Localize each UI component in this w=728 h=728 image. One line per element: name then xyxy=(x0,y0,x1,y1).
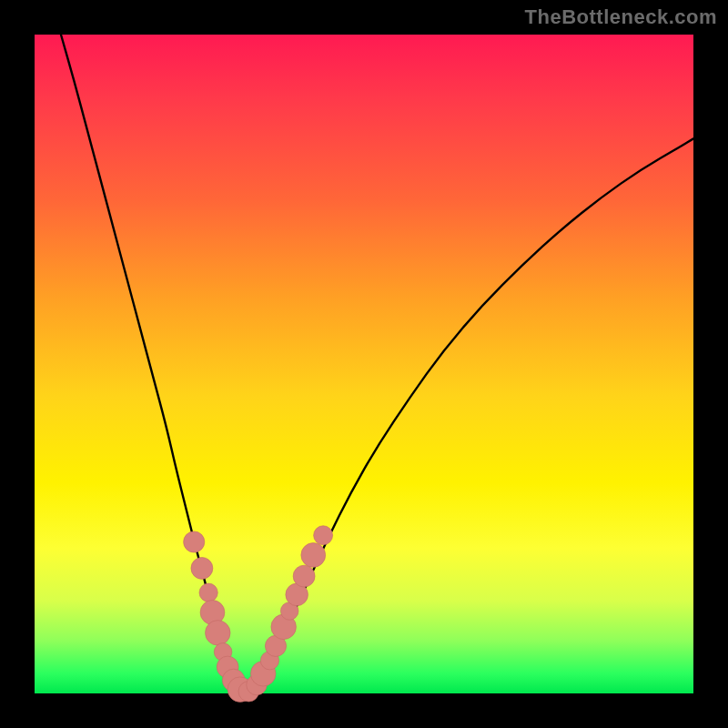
marker-point xyxy=(314,526,333,545)
marker-point xyxy=(191,557,213,579)
marker-point xyxy=(184,531,205,552)
marker-point xyxy=(293,565,315,587)
markers-group xyxy=(184,526,333,703)
curves-group xyxy=(61,35,693,693)
frame: TheBottleneck.com xyxy=(0,0,728,728)
chart-overlay xyxy=(35,35,693,693)
curve-right-curve xyxy=(246,138,693,693)
marker-point xyxy=(301,543,326,568)
marker-point xyxy=(206,621,231,646)
watermark-text: TheBottleneck.com xyxy=(525,5,717,29)
marker-point xyxy=(199,583,217,602)
